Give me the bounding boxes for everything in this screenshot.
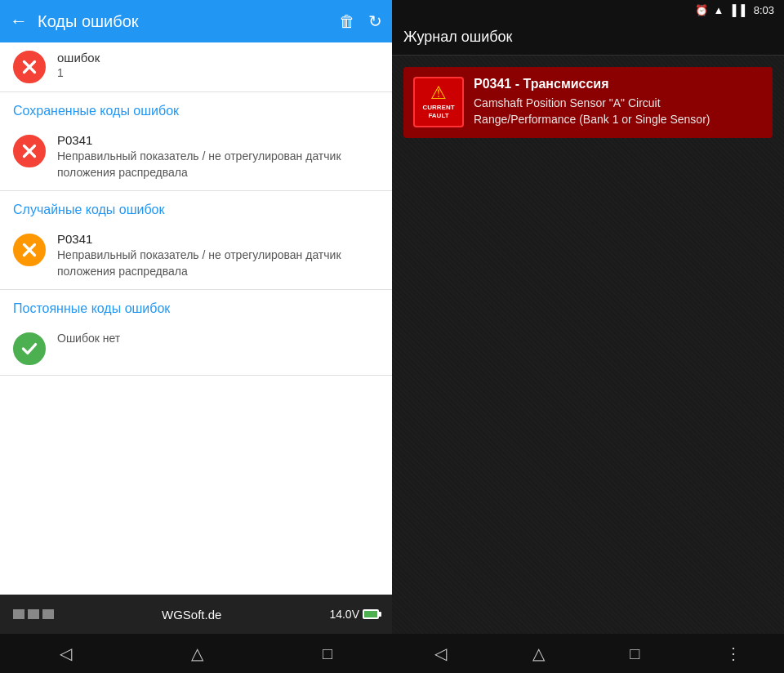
random-error-text-0: P0341 Неправильный показатель / не отрег… — [57, 232, 379, 279]
wifi-icon: ▲ — [713, 4, 724, 16]
random-error-desc-0: Неправильный показатель / не отрегулиров… — [57, 247, 379, 279]
page-title: Коды ошибок — [38, 12, 329, 31]
warning-icon: ⚠ — [430, 84, 447, 102]
left-panel: ← Коды ошибок 🗑 ↻ ошибок 1 Сохраненные к… — [0, 0, 392, 673]
saved-error-code-0: P0341 — [57, 133, 379, 147]
fault-description: Camshaft Position Sensor "A" Circuit Ran… — [474, 95, 763, 128]
bottom-squares-icon — [13, 609, 54, 619]
left-home-nav-button[interactable]: △ — [175, 637, 220, 670]
saved-error-desc-0: Неправильный показатель / не отрегулиров… — [57, 149, 379, 181]
saved-error-item-0[interactable]: P0341 Неправильный показатель / не отрег… — [0, 125, 392, 191]
partial-item: ошибок 1 — [0, 42, 392, 92]
left-header: ← Коды ошибок 🗑 ↻ — [0, 0, 392, 42]
right-status-bar: ⏰ ▲ ▐ ▌ 8:03 — [392, 0, 784, 20]
section-random-header: Случайные коды ошибок — [0, 191, 392, 224]
alarm-icon: ⏰ — [695, 4, 708, 16]
fault-card[interactable]: ⚠ CURRENTFAULT P0341 - Трансмиссия Camsh… — [403, 67, 773, 138]
right-content: ⚠ CURRENTFAULT P0341 - Трансмиссия Camsh… — [392, 56, 784, 634]
section-permanent-header: Постоянные коды ошибок — [0, 290, 392, 323]
left-recent-nav-button[interactable]: □ — [306, 638, 349, 670]
random-error-code-0: P0341 — [57, 232, 379, 246]
signal-icon: ▐ — [728, 4, 736, 16]
current-fault-label: CURRENTFAULT — [422, 104, 454, 119]
right-menu-nav-button[interactable]: ⋮ — [712, 637, 755, 670]
voltage-value: 14.0V — [329, 608, 359, 621]
right-nav-bar: ◁ △ □ ⋮ — [392, 634, 784, 673]
battery-icon — [363, 609, 379, 619]
permanent-error-icon-0 — [13, 332, 46, 365]
partial-item-text: ошибок 1 — [57, 49, 100, 79]
brand-label: WGSoft.de — [162, 608, 221, 622]
permanent-error-text-0: Ошибок нет — [57, 331, 379, 347]
delete-icon[interactable]: 🗑 — [339, 12, 355, 31]
permanent-error-desc-0: Ошибок нет — [57, 331, 379, 347]
refresh-icon[interactable]: ↻ — [368, 11, 382, 31]
voltage-display: 14.0V — [329, 608, 379, 621]
right-back-nav-button[interactable]: ◁ — [421, 637, 460, 670]
random-error-icon-0 — [13, 234, 46, 266]
permanent-error-item-0[interactable]: Ошибок нет — [0, 323, 392, 376]
left-bottom-bar: WGSoft.de 14.0V — [0, 595, 392, 634]
section-saved-header: Сохраненные коды ошибок — [0, 92, 392, 125]
left-nav-bar: ◁ △ □ — [0, 634, 392, 673]
header-actions: 🗑 ↻ — [339, 11, 382, 31]
fault-info: P0341 - Трансмиссия Camshaft Position Se… — [474, 77, 763, 128]
partial-error-icon — [13, 51, 46, 83]
right-recent-nav-button[interactable]: □ — [617, 638, 653, 670]
right-header: Журнал ошибок — [392, 20, 784, 56]
right-page-title: Журнал ошибок — [403, 29, 512, 46]
random-error-item-0[interactable]: P0341 Неправильный показатель / не отрег… — [0, 224, 392, 290]
battery-status-icon: ▌ — [741, 4, 748, 16]
saved-error-text-0: P0341 Неправильный показатель / не отрег… — [57, 133, 379, 181]
back-button[interactable]: ← — [10, 11, 28, 32]
status-time: 8:03 — [754, 4, 774, 16]
fault-code: P0341 - Трансмиссия — [474, 77, 763, 91]
left-back-nav-button[interactable]: ◁ — [43, 637, 88, 670]
right-home-nav-button[interactable]: △ — [519, 637, 558, 670]
right-panel: ⏰ ▲ ▐ ▌ 8:03 Журнал ошибок ⚠ CURRENTFAUL… — [392, 0, 784, 673]
left-content: ошибок 1 Сохраненные коды ошибок P0341 Н… — [0, 42, 392, 595]
saved-error-icon-0 — [13, 135, 46, 167]
fault-badge: ⚠ CURRENTFAULT — [413, 77, 464, 127]
